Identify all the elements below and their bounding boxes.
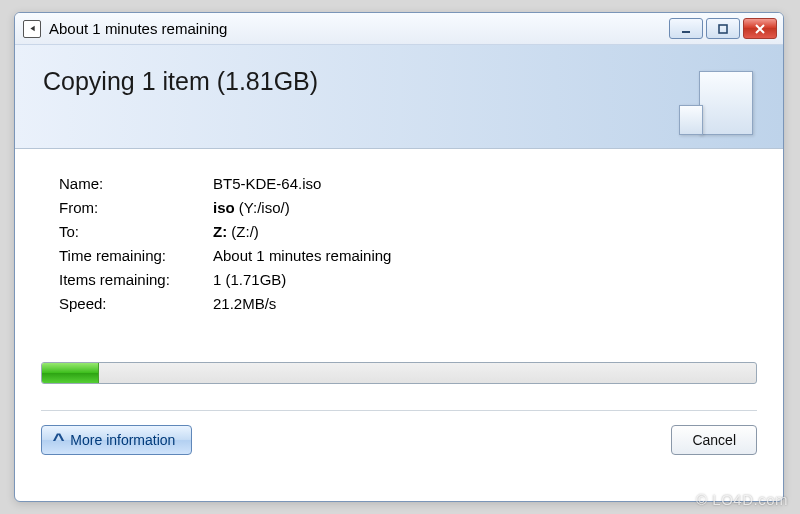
chevron-up-icon: ^ xyxy=(53,432,65,448)
more-information-label: More information xyxy=(70,432,175,448)
progress-fill xyxy=(42,363,99,383)
name-label: Name: xyxy=(59,175,213,192)
app-icon xyxy=(23,20,41,38)
more-information-button[interactable]: ^ More information xyxy=(41,425,192,455)
to-suffix: (Z:/) xyxy=(227,223,259,240)
details-area: Name: BT5-KDE-64.iso From: iso (Y:/iso/)… xyxy=(15,149,783,322)
maximize-icon xyxy=(717,23,729,35)
items-value: 1 (1.71GB) xyxy=(213,271,739,288)
cancel-button[interactable]: Cancel xyxy=(671,425,757,455)
from-bold: iso xyxy=(213,199,235,216)
minimize-icon xyxy=(680,23,692,35)
operation-title: Copying 1 item (1.81GB) xyxy=(43,67,755,96)
from-suffix: (Y:/iso/) xyxy=(235,199,290,216)
to-value: Z: (Z:/) xyxy=(213,223,739,240)
window-title: About 1 minutes remaining xyxy=(49,20,669,37)
time-value: About 1 minutes remaining xyxy=(213,247,739,264)
time-label: Time remaining: xyxy=(59,247,213,264)
cancel-label: Cancel xyxy=(692,432,736,448)
maximize-button[interactable] xyxy=(706,18,740,39)
copy-pages-icon xyxy=(689,71,753,143)
from-value: iso (Y:/iso/) xyxy=(213,199,739,216)
window-controls xyxy=(669,18,777,39)
to-bold: Z: xyxy=(213,223,227,240)
titlebar: About 1 minutes remaining xyxy=(15,13,783,45)
name-value: BT5-KDE-64.iso xyxy=(213,175,739,192)
footer: ^ More information Cancel xyxy=(15,411,783,455)
speed-label: Speed: xyxy=(59,295,213,312)
details-grid: Name: BT5-KDE-64.iso From: iso (Y:/iso/)… xyxy=(59,175,739,312)
header-band: Copying 1 item (1.81GB) xyxy=(15,45,783,149)
watermark: © LO4D.com xyxy=(696,491,788,508)
progress-bar xyxy=(41,362,757,384)
copy-dialog: About 1 minutes remaining Copying 1 item… xyxy=(14,12,784,502)
items-label: Items remaining: xyxy=(59,271,213,288)
close-button[interactable] xyxy=(743,18,777,39)
close-icon xyxy=(754,23,766,35)
from-label: From: xyxy=(59,199,213,216)
minimize-button[interactable] xyxy=(669,18,703,39)
svg-rect-0 xyxy=(719,25,727,33)
to-label: To: xyxy=(59,223,213,240)
speed-value: 21.2MB/s xyxy=(213,295,739,312)
